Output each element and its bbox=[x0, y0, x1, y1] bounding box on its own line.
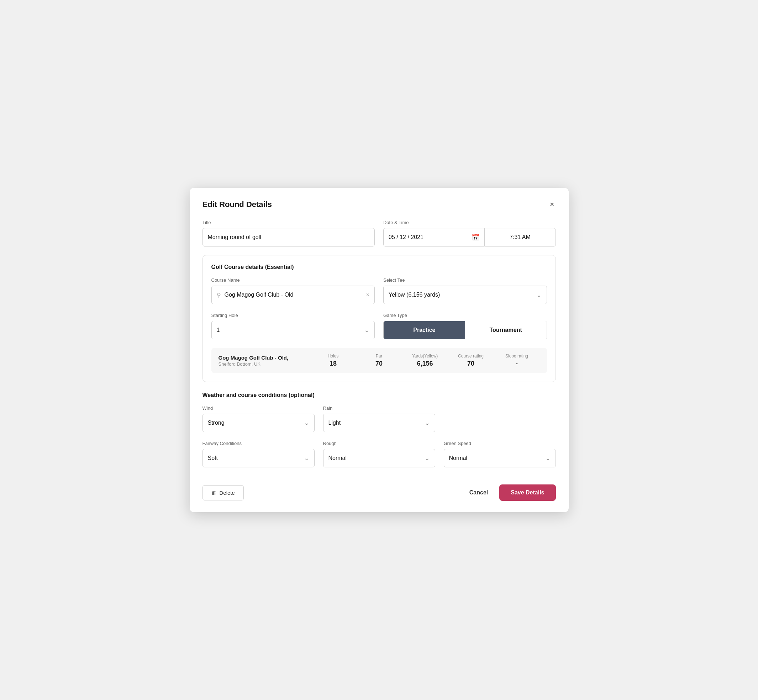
game-type-label: Game Type bbox=[383, 312, 547, 318]
slope-rating-label: Slope rating bbox=[494, 353, 540, 359]
rain-dropdown[interactable]: Light ⌄ bbox=[323, 414, 435, 432]
wind-chevron-icon: ⌄ bbox=[304, 419, 309, 427]
weather-section-title: Weather and course conditions (optional) bbox=[202, 392, 556, 398]
green-speed-value: Normal bbox=[449, 455, 545, 461]
slope-rating-stat: Slope rating - bbox=[494, 353, 540, 367]
fairway-dropdown[interactable]: Soft ⌄ bbox=[202, 449, 315, 467]
hole-gametype-row: Starting Hole 1 ⌄ Game Type Practice Tou… bbox=[211, 312, 547, 339]
wind-group: Wind Strong ⌄ bbox=[202, 405, 315, 432]
course-par-stat: Par 70 bbox=[356, 353, 402, 367]
course-rating-value: 70 bbox=[448, 360, 494, 367]
close-button[interactable]: × bbox=[548, 199, 556, 210]
search-icon: ⚲ bbox=[217, 292, 221, 298]
time-value: 7:31 AM bbox=[510, 234, 531, 241]
starting-hole-dropdown[interactable]: 1 ⌄ bbox=[211, 321, 375, 339]
title-group: Title bbox=[202, 220, 375, 247]
golf-course-section: Golf Course details (Essential) Course N… bbox=[202, 255, 556, 382]
holes-label: Holes bbox=[310, 353, 356, 359]
course-tee-row: Course Name ⚲ × Select Tee Yellow (6,156… bbox=[211, 277, 547, 304]
wind-dropdown[interactable]: Strong ⌄ bbox=[202, 414, 315, 432]
fairway-label: Fairway Conditions bbox=[202, 441, 315, 446]
title-input[interactable] bbox=[202, 228, 375, 247]
wind-label: Wind bbox=[202, 405, 315, 411]
course-holes-stat: Holes 18 bbox=[310, 353, 356, 367]
time-input[interactable]: 7:31 AM bbox=[485, 228, 556, 247]
course-info-location: Shelford Bottom, UK bbox=[219, 361, 310, 367]
rough-group: Rough Normal ⌄ bbox=[323, 441, 435, 467]
title-label: Title bbox=[202, 220, 375, 225]
course-name-input[interactable] bbox=[224, 286, 363, 304]
rough-label: Rough bbox=[323, 441, 435, 446]
rain-label: Rain bbox=[323, 405, 435, 411]
edit-round-modal: Edit Round Details × Title Date & Time 0… bbox=[190, 188, 568, 512]
course-name-group: Course Name ⚲ × bbox=[211, 277, 375, 304]
rough-dropdown[interactable]: Normal ⌄ bbox=[323, 449, 435, 467]
select-tee-group: Select Tee Yellow (6,156 yards) ⌄ bbox=[383, 277, 547, 304]
practice-toggle-btn[interactable]: Practice bbox=[384, 321, 465, 339]
rain-value: Light bbox=[329, 420, 424, 426]
date-input[interactable]: 05 / 12 / 2021 📅 bbox=[383, 228, 485, 247]
yards-value: 6,156 bbox=[402, 360, 448, 367]
footer-right: Cancel Save Details bbox=[467, 484, 556, 501]
conditions-row: Fairway Conditions Soft ⌄ Rough Normal ⌄… bbox=[202, 441, 556, 467]
rough-chevron-icon: ⌄ bbox=[424, 454, 430, 462]
date-value: 05 / 12 / 2021 bbox=[388, 234, 467, 241]
select-tee-chevron-icon: ⌄ bbox=[536, 291, 542, 299]
starting-hole-label: Starting Hole bbox=[211, 312, 375, 318]
course-yards-stat: Yards(Yellow) 6,156 bbox=[402, 353, 448, 367]
course-clear-icon[interactable]: × bbox=[366, 292, 370, 298]
rough-value: Normal bbox=[329, 455, 424, 461]
modal-header: Edit Round Details × bbox=[202, 199, 556, 210]
modal-title: Edit Round Details bbox=[202, 200, 272, 209]
game-type-group: Game Type Practice Tournament bbox=[383, 312, 547, 339]
starting-hole-value: 1 bbox=[217, 327, 365, 333]
rain-chevron-icon: ⌄ bbox=[424, 419, 430, 427]
starting-hole-group: Starting Hole 1 ⌄ bbox=[211, 312, 375, 339]
datetime-label: Date & Time bbox=[383, 220, 556, 225]
course-name-label: Course Name bbox=[211, 277, 375, 283]
datetime-group: Date & Time 05 / 12 / 2021 📅 7:31 AM bbox=[383, 220, 556, 247]
course-info-row: Gog Magog Golf Club - Old, Shelford Bott… bbox=[211, 348, 547, 373]
game-type-toggle: Practice Tournament bbox=[383, 321, 547, 339]
course-info-name: Gog Magog Golf Club - Old, Shelford Bott… bbox=[219, 355, 310, 367]
save-button[interactable]: Save Details bbox=[499, 484, 556, 501]
wind-rain-row: Wind Strong ⌄ Rain Light ⌄ bbox=[202, 405, 556, 432]
select-tee-value: Yellow (6,156 yards) bbox=[388, 292, 536, 298]
footer-row: 🗑 Delete Cancel Save Details bbox=[202, 477, 556, 501]
holes-value: 18 bbox=[310, 360, 356, 367]
course-rating-label: Course rating bbox=[448, 353, 494, 359]
cancel-button[interactable]: Cancel bbox=[467, 485, 491, 500]
select-tee-label: Select Tee bbox=[383, 277, 547, 283]
tournament-toggle-btn[interactable]: Tournament bbox=[465, 321, 547, 339]
golf-section-title: Golf Course details (Essential) bbox=[211, 264, 547, 270]
course-search-wrap[interactable]: ⚲ × bbox=[211, 286, 375, 304]
fairway-chevron-icon: ⌄ bbox=[304, 454, 309, 462]
date-time-inputs: 05 / 12 / 2021 📅 7:31 AM bbox=[383, 228, 556, 247]
delete-label: Delete bbox=[219, 490, 235, 496]
par-label: Par bbox=[356, 353, 402, 359]
par-value: 70 bbox=[356, 360, 402, 367]
title-datetime-row: Title Date & Time 05 / 12 / 2021 📅 7:31 … bbox=[202, 220, 556, 247]
weather-section: Weather and course conditions (optional)… bbox=[202, 392, 556, 467]
select-tee-dropdown[interactable]: Yellow (6,156 yards) ⌄ bbox=[383, 286, 547, 304]
fairway-group: Fairway Conditions Soft ⌄ bbox=[202, 441, 315, 467]
course-info-name-main: Gog Magog Golf Club - Old, bbox=[219, 355, 310, 361]
trash-icon: 🗑 bbox=[211, 490, 217, 496]
green-speed-chevron-icon: ⌄ bbox=[545, 454, 551, 462]
green-speed-dropdown[interactable]: Normal ⌄ bbox=[444, 449, 556, 467]
wind-value: Strong bbox=[208, 420, 304, 426]
starting-hole-chevron-icon: ⌄ bbox=[364, 326, 370, 334]
fairway-value: Soft bbox=[208, 455, 304, 461]
course-rating-stat: Course rating 70 bbox=[448, 353, 494, 367]
calendar-icon: 📅 bbox=[471, 233, 479, 241]
green-speed-group: Green Speed Normal ⌄ bbox=[444, 441, 556, 467]
rain-group: Rain Light ⌄ bbox=[323, 405, 435, 432]
yards-label: Yards(Yellow) bbox=[402, 353, 448, 359]
delete-button[interactable]: 🗑 Delete bbox=[202, 485, 244, 500]
slope-rating-value: - bbox=[494, 360, 540, 367]
green-speed-label: Green Speed bbox=[444, 441, 556, 446]
